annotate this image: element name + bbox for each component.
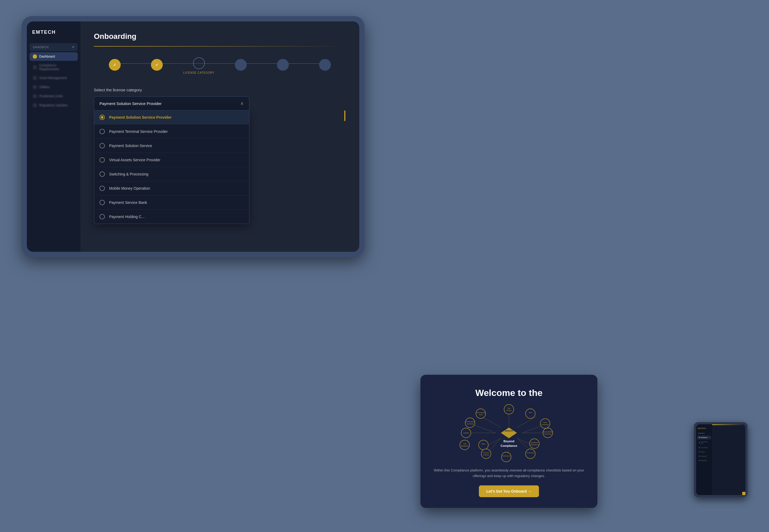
second-sidebar-item-label: Asset Mgmt (701, 447, 708, 448)
radio-unselected-icon (99, 214, 105, 219)
second-sidebar: EMTECH Compliance + Dashboard Compliance… (696, 424, 712, 495)
diagram-area: EMTECH Beyond Compliance AML/Anti-Money … (432, 403, 586, 462)
step-circle-6 (319, 59, 331, 71)
sidebar-item-prudential[interactable]: Prudential Limits (29, 92, 78, 100)
svg-text:Analytics: Analytics (506, 410, 512, 411)
svg-text:Management: Management (530, 444, 538, 445)
dropdown-item-5[interactable]: Mobile Money Operation (94, 181, 249, 196)
sidebar: EMTECH Sandbox ✕ Dashboard Compliance Re… (27, 21, 80, 252)
license-category-select[interactable]: Payment Solution Service Provider ∧ (94, 96, 249, 110)
svg-text:Compliance: Compliance (501, 444, 517, 447)
second-sidebar-item-regulatory[interactable]: Regulatory (697, 459, 711, 462)
svg-point-36 (529, 439, 539, 448)
second-dashboard-icon (699, 437, 700, 438)
step-1: ✓ (94, 59, 136, 73)
svg-text:Performance: Performance (502, 455, 510, 457)
dropdown-item-1[interactable]: Payment Terminal Service Provider (94, 125, 249, 139)
svg-point-23 (481, 449, 491, 459)
dashboard-icon (33, 54, 37, 59)
svg-point-33 (543, 428, 552, 438)
second-device: EMTECH Compliance + Dashboard Compliance… (694, 422, 748, 497)
dropdown-item-4[interactable]: Switching & Processing (94, 167, 249, 181)
dropdown-item-6[interactable]: Payment Service Bank (94, 196, 249, 210)
second-content-divider (712, 424, 745, 425)
select-value: Payment Solution Service Provider (99, 101, 162, 106)
sidebar-item-label: Asset Management (39, 76, 67, 80)
sidebar-item-regulatory[interactable]: Regulatory Updates (29, 101, 78, 110)
dropdown-item-7[interactable]: Payment Holding C... (94, 210, 249, 224)
second-sidebar-item-label: Prudential (701, 455, 707, 457)
beyond-compliance-diagram: EMTECH Beyond Compliance AML/Anti-Money … (432, 403, 586, 462)
sidebar-logo: EMTECH (27, 27, 80, 40)
second-prudential-icon (699, 456, 700, 457)
step-circle-1: ✓ (109, 59, 121, 71)
svg-text:Communication: Communication (476, 412, 485, 413)
svg-text:Data/Report: Data/Report (531, 442, 538, 443)
second-sidebar-item-dashboard[interactable]: Dashboard (697, 436, 711, 439)
second-compliance-icon (699, 442, 700, 443)
step-3: LICENSE CATEGORY (178, 57, 220, 74)
compliance-section-icon: + (710, 432, 711, 434)
onboard-cta-button[interactable]: Let's Get You Onboard → (479, 485, 539, 497)
progress-stepper: ✓ ✓ LICENSE CATEGORY (94, 57, 346, 74)
dropdown-item-2[interactable]: Payment Solution Service (94, 139, 249, 153)
scrollbar-indicator (344, 110, 345, 121)
sidebar-item-asset[interactable]: Asset Management (29, 74, 78, 82)
radio-unselected-icon (99, 143, 105, 148)
sidebar-item-compliance[interactable]: Compliance Requirements (29, 61, 78, 73)
svg-point-39 (525, 409, 535, 418)
sidebar-section: Sandbox ✕ Dashboard Compliance Requireme… (27, 43, 80, 110)
form-label: Select the license category (94, 88, 346, 92)
second-regulatory-icon (699, 460, 700, 461)
sidebar-item-dashboard[interactable]: Dashboard (29, 52, 78, 61)
main-content: Onboarding ✓ ✓ LICENSE CATEGORY (80, 21, 359, 252)
second-sidebar-item-label: Compliance Req (701, 441, 710, 444)
svg-text:Orchestrator: Orchestrator (544, 433, 551, 435)
dropdown-item-text-0: Payment Solution Service Provider (109, 115, 171, 119)
second-sidebar-section-header: Compliance + (696, 431, 712, 435)
dropdown-item-0[interactable]: Payment Solution Service Provider (94, 110, 249, 125)
device-corner-accent (742, 492, 745, 495)
sidebar-item-utilities[interactable]: Utilities (29, 83, 78, 91)
sidebar-item-label: Prudential Limits (39, 94, 63, 98)
step-4 (220, 59, 262, 73)
second-sidebar-item-compliance[interactable]: Compliance Req (697, 440, 711, 445)
step-2: ✓ (136, 59, 178, 73)
title-divider (94, 46, 346, 47)
sidebar-section-header: Sandbox ✕ (29, 43, 78, 51)
step-circle-3 (193, 57, 205, 69)
svg-text:Risks: Risks (481, 443, 485, 445)
step-label-3: LICENSE CATEGORY (183, 71, 215, 74)
svg-line-13 (517, 417, 536, 428)
second-sidebar-item-utilities[interactable]: Utilities (697, 450, 711, 454)
svg-text:License Workflow: License Workflow (542, 431, 553, 433)
main-screen: EMTECH Sandbox ✕ Dashboard Compliance Re… (27, 21, 359, 252)
svg-text:Alerts: Alerts (479, 414, 483, 415)
svg-point-26 (501, 452, 511, 462)
second-sidebar-item-label: Regulatory (701, 460, 707, 461)
svg-text:Beyond: Beyond (503, 440, 514, 443)
second-sidebar-item-asset[interactable]: Asset Mgmt (697, 446, 711, 449)
second-utilities-icon (699, 451, 700, 452)
svg-point-41 (504, 404, 514, 414)
dropdown-item-3[interactable]: Virtual Assets Service Provider (94, 153, 249, 167)
sidebar-item-label: Regulatory Updates (39, 103, 68, 107)
svg-point-28 (525, 449, 535, 459)
second-screen: EMTECH Compliance + Dashboard Compliance… (696, 424, 745, 495)
second-sidebar-item-prudential[interactable]: Prudential (697, 454, 711, 458)
compliance-section-label: Compliance (698, 432, 705, 434)
regulatory-icon (33, 103, 37, 107)
dropdown-item-text-1: Payment Terminal Service Provider (109, 129, 167, 134)
second-asset-icon (699, 447, 700, 448)
page-title: Onboarding (94, 32, 346, 41)
svg-line-15 (482, 417, 501, 428)
welcome-panel: Welcome to the EMTECH Beyond Compliance … (420, 375, 598, 508)
sidebar-close-icon[interactable]: ✕ (72, 45, 74, 49)
asset-icon (33, 76, 37, 80)
svg-text:Laundering: Laundering (466, 423, 473, 425)
svg-text:Protection: Protection (483, 454, 489, 456)
step-circle-5 (277, 59, 289, 71)
utilities-icon (33, 85, 37, 89)
sidebar-item-label: Dashboard (39, 55, 55, 58)
svg-text:Tasks: Tasks (529, 412, 532, 413)
